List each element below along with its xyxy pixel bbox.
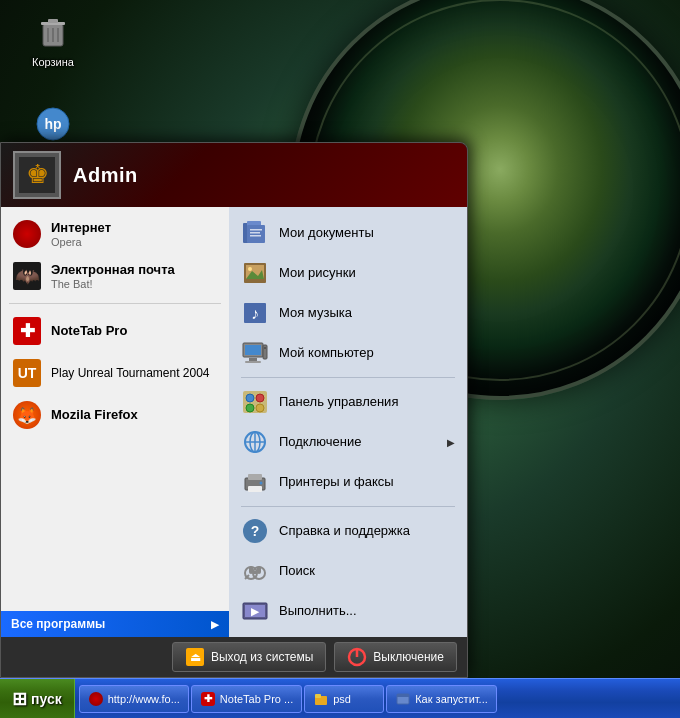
right-item-network[interactable]: Подключение ▶ <box>229 422 467 462</box>
controlpanel-label: Панель управления <box>279 394 398 410</box>
right-item-help[interactable]: ? Справка и поддержка <box>229 511 467 551</box>
menu-right-panel: Мои документы Мои рисунки <box>229 207 467 637</box>
logout-label: Выход из системы <box>211 650 313 664</box>
ut2004-name: Play Unreal Tournament 2004 <box>51 366 210 380</box>
printers-icon <box>241 468 269 496</box>
svg-rect-41 <box>248 486 262 492</box>
mymusic-icon: ♪ <box>241 299 269 327</box>
svg-text:♪: ♪ <box>251 305 259 322</box>
mymusic-label: Моя музыка <box>279 305 352 321</box>
mydocs-label: Мои документы <box>279 225 374 241</box>
email-sub: The Bat! <box>51 278 175 290</box>
notetab-icon: ✚ <box>11 315 43 347</box>
taskbar-items: http://www.fo... ✚ NoteTab Pro ... psd <box>75 685 680 713</box>
start-label: пуск <box>31 691 62 707</box>
svg-rect-17 <box>250 235 261 237</box>
taskbar-notetab-label: NoteTab Pro ... <box>220 693 293 705</box>
right-item-search[interactable]: Поиск <box>229 551 467 591</box>
network-icon <box>241 428 269 456</box>
right-item-mymusic[interactable]: ♪ Моя музыка <box>229 293 467 333</box>
menu-left-panel: Интернет Opera 🦇 Электронная почт <box>1 207 229 637</box>
right-item-controlpanel[interactable]: Панель управления <box>229 382 467 422</box>
user-avatar: ♚ <box>13 151 61 199</box>
run-icon: ▶ <box>241 597 269 625</box>
menu-item-email[interactable]: 🦇 Электронная почта The Bat! <box>1 255 229 297</box>
svg-rect-29 <box>264 347 266 349</box>
taskbar-item-last[interactable]: Как запустит... <box>386 685 497 713</box>
right-item-mypics[interactable]: Мои рисунки <box>229 253 467 293</box>
menu-item-firefox[interactable]: 🦊 Mozila Firefox <box>1 394 229 436</box>
menu-divider-1 <box>9 303 221 304</box>
menu-item-internet[interactable]: Интернет Opera <box>1 213 229 255</box>
right-item-mydocs[interactable]: Мои документы <box>229 213 467 253</box>
taskbar-opera-icon <box>88 691 104 707</box>
taskbar: ⊞ пуск http://www.fo... ✚ NoteTab Pro ..… <box>0 678 680 718</box>
taskbar-window-icon <box>395 691 411 707</box>
taskbar-notetab-icon: ✚ <box>200 691 216 707</box>
mypics-label: Мои рисунки <box>279 265 356 281</box>
search-binoculars-icon <box>241 557 269 585</box>
shutdown-button[interactable]: Выключение <box>334 642 457 672</box>
firefox-name: Mozila Firefox <box>51 407 138 423</box>
taskbar-item-notetab[interactable]: ✚ NoteTab Pro ... <box>191 685 302 713</box>
svg-point-31 <box>246 394 254 402</box>
mypc-icon <box>241 339 269 367</box>
internet-name: Интернет <box>51 220 111 236</box>
help-label: Справка и поддержка <box>279 523 410 539</box>
menu-item-notetab[interactable]: ✚ NoteTab Pro <box>1 310 229 352</box>
internet-sub: Opera <box>51 236 111 248</box>
svg-rect-57 <box>315 694 321 698</box>
all-programs-button[interactable]: Все программы ▶ <box>1 611 229 637</box>
internet-icon <box>11 218 43 250</box>
controlpanel-icon <box>241 388 269 416</box>
svg-rect-16 <box>250 232 260 234</box>
all-programs-label: Все программы <box>11 617 105 631</box>
trash-label: Корзина <box>32 56 74 69</box>
svg-rect-59 <box>397 694 409 697</box>
windows-flag-icon: ⊞ <box>12 688 27 710</box>
svg-text:⏏: ⏏ <box>189 650 200 664</box>
svg-rect-27 <box>245 361 261 363</box>
svg-rect-26 <box>249 358 257 361</box>
mypc-label: Мой компьютер <box>279 345 374 361</box>
hp-folder-icon: hp <box>33 104 73 144</box>
all-programs-arrow-icon: ▶ <box>211 619 219 630</box>
desktop: Корзина hp Папка выгрузкиShare-to-Web ♚ … <box>0 0 680 718</box>
logout-button[interactable]: ⏏ Выход из системы <box>172 642 326 672</box>
taskbar-folder-icon <box>313 691 329 707</box>
svg-point-32 <box>256 394 264 402</box>
start-button[interactable]: ⊞ пуск <box>0 679 75 718</box>
svg-rect-40 <box>248 474 262 480</box>
svg-text:hp: hp <box>44 116 61 132</box>
menu-item-ut2004[interactable]: UT Play Unreal Tournament 2004 <box>1 352 229 394</box>
notetab-name: NoteTab Pro <box>51 323 127 339</box>
svg-rect-14 <box>247 225 265 243</box>
email-icon: 🦇 <box>11 260 43 292</box>
taskbar-item-psd[interactable]: psd <box>304 685 384 713</box>
right-item-printers[interactable]: Принтеры и факсы <box>229 462 467 502</box>
menu-header: ♚ Admin <box>1 143 467 207</box>
menu-left-top: Интернет Opera 🦇 Электронная почт <box>1 207 229 611</box>
shutdown-icon <box>347 647 367 667</box>
taskbar-last-label: Как запустит... <box>415 693 488 705</box>
network-label: Подключение <box>279 434 361 450</box>
svg-rect-47 <box>253 571 257 574</box>
desktop-icon-trash[interactable]: Корзина <box>18 8 88 73</box>
shutdown-label: Выключение <box>373 650 444 664</box>
network-arrow-icon: ▶ <box>447 437 455 448</box>
menu-body: Интернет Opera 🦇 Электронная почт <box>1 207 467 637</box>
search-label: Поиск <box>279 563 315 579</box>
right-item-run[interactable]: ▶ Выполнить... <box>229 591 467 631</box>
taskbar-psd-label: psd <box>333 693 351 705</box>
svg-point-34 <box>256 404 264 412</box>
right-divider-1 <box>241 377 455 378</box>
taskbar-item-opera[interactable]: http://www.fo... <box>79 685 189 713</box>
taskbar-opera-label: http://www.fo... <box>108 693 180 705</box>
right-item-mypc[interactable]: Мой компьютер <box>229 333 467 373</box>
svg-text:▶: ▶ <box>251 606 260 617</box>
printers-label: Принтеры и факсы <box>279 474 394 490</box>
username: Admin <box>73 164 138 187</box>
svg-point-33 <box>246 404 254 412</box>
svg-point-42 <box>260 482 263 485</box>
svg-rect-2 <box>48 19 58 23</box>
